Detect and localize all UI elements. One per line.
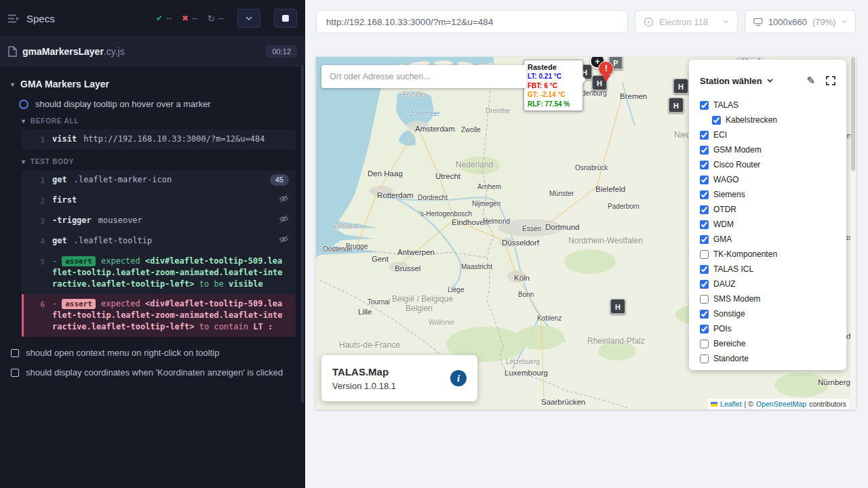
map-marker[interactable]: H	[610, 299, 626, 314]
section-header[interactable]: ▾ BEFORE ALL	[22, 117, 296, 125]
pending-test[interactable]: should display coordinates when 'Koordin…	[11, 367, 296, 378]
active-test-row[interactable]: should display tooltip on hover over a m…	[19, 99, 296, 109]
page: Specs ✔-- ✖-- ↻-- gmaMarkersLayer.cy.js …	[0, 0, 868, 488]
edit-pencil-icon[interactable]: ✎	[806, 75, 815, 87]
layer-checkbox-item[interactable]: GSM Modem	[700, 142, 835, 157]
map-search-box[interactable]	[321, 65, 526, 88]
specs-title: Specs	[26, 13, 55, 24]
pending-test[interactable]: should open context menu on right-click …	[11, 348, 296, 358]
command-number: 1	[24, 174, 52, 186]
fullscreen-icon[interactable]	[826, 76, 835, 85]
command-body: get.leaflet-marker-icon	[52, 174, 264, 186]
command-section: ▾ BEFORE ALL 1 visithttp://192.168.10.33…	[22, 117, 296, 150]
layer-checkbox-item[interactable]: Sonstige	[700, 306, 835, 321]
layer-checkbox[interactable]	[700, 265, 709, 274]
layer-checkbox[interactable]	[700, 101, 709, 110]
layer-checkbox[interactable]	[700, 161, 709, 169]
layer-checkbox-item[interactable]: POIs	[700, 321, 835, 336]
layer-checkbox[interactable]	[700, 354, 709, 363]
layer-label: WAGO	[713, 175, 739, 184]
info-icon[interactable]: i	[450, 370, 467, 386]
stat-pending-count: --	[218, 14, 224, 23]
layer-checkbox[interactable]	[700, 176, 709, 184]
stop-run-button[interactable]	[274, 9, 297, 28]
map-marker[interactable]: !	[598, 61, 614, 84]
command-section: ▾ TEST BODY 1 get.leaflet-marker-icon 45…	[22, 158, 296, 337]
scrollbar-thumb[interactable]	[851, 57, 855, 171]
layer-checkbox[interactable]	[700, 250, 709, 259]
command-row[interactable]: 6 -assertexpected <div#leaflet-tooltip-5…	[22, 294, 296, 337]
app-scrollbar[interactable]	[850, 57, 856, 409]
command-row[interactable]: 2 first	[22, 190, 296, 211]
layer-checkbox[interactable]	[700, 205, 709, 214]
layer-checkbox-item[interactable]: Siemens	[700, 187, 835, 202]
layer-checkbox[interactable]	[700, 190, 709, 199]
layer-checkbox-item[interactable]: Cisco Router	[700, 157, 835, 172]
command-body: -assertexpected <div#leaflet-tooltip-509…	[52, 298, 283, 333]
layer-checkbox[interactable]	[700, 295, 709, 304]
command-row[interactable]: 1 get.leaflet-marker-icon 45	[22, 170, 296, 190]
command-body: visithttp://192.168.10.33:3000/?m=12&u=4…	[52, 134, 283, 145]
command-row[interactable]: 4 get.leaflet-tooltip	[22, 231, 296, 251]
layer-checkbox-item[interactable]: Standorte	[700, 351, 835, 366]
command-number: 5	[24, 256, 52, 268]
layer-checkbox-item[interactable]: TK-Komponenten	[700, 247, 835, 262]
collapse-all-button[interactable]	[237, 9, 260, 28]
layer-label: Bereiche	[713, 339, 745, 348]
suite-row[interactable]: ▾ GMA Markers Layer	[11, 79, 296, 89]
viewport-select[interactable]: 1000x660 (79%)	[745, 10, 856, 33]
command-list: 1 get.leaflet-marker-icon 45 2 first 3 -…	[22, 170, 296, 337]
map-marker[interactable]: H	[673, 79, 689, 94]
layer-checkbox[interactable]	[700, 131, 709, 140]
layer-checkbox-item[interactable]: WAGO	[700, 172, 835, 187]
layer-checkbox-item[interactable]: TALAS ICL	[700, 262, 835, 277]
osm-link[interactable]: OpenStreetMap	[756, 400, 806, 408]
layer-checkbox-item[interactable]: ECI	[700, 127, 835, 142]
layer-label: WDM	[713, 220, 734, 229]
layer-label: DAUZ	[713, 279, 736, 289]
marker-tooltip[interactable]: Rastede LT: 0.21 °CFBT: 6 °CGT: -2.14 °C…	[524, 60, 583, 111]
layer-checkbox[interactable]	[700, 325, 709, 333]
pending-test-title: should open context menu on right-click …	[26, 348, 219, 358]
map-marker[interactable]: H	[669, 98, 684, 113]
search-input[interactable]	[328, 71, 519, 82]
leaflet-link[interactable]: Leaflet	[720, 400, 742, 408]
command-list: 1 visithttp://192.168.10.33:3000/?m=12&u…	[22, 129, 296, 150]
layer-checkbox-item[interactable]: SMS Modem	[700, 291, 835, 306]
layer-label: GMA	[713, 235, 732, 244]
layer-checkbox[interactable]	[700, 220, 709, 229]
command-sections: ▾ BEFORE ALL 1 visithttp://192.168.10.33…	[9, 117, 296, 337]
section-header[interactable]: ▾ TEST BODY	[22, 158, 296, 165]
suite-title: GMA Markers Layer	[20, 79, 109, 89]
layer-label: TK-Komponenten	[713, 249, 777, 259]
layer-checkbox[interactable]	[700, 310, 709, 319]
command-body: get.leaflet-tooltip	[52, 235, 273, 247]
layer-checkbox[interactable]	[700, 235, 709, 244]
layer-checkbox-item[interactable]: WDM	[700, 217, 835, 232]
spec-file-row[interactable]: gmaMarkersLayer.cy.js 00:12	[0, 37, 305, 66]
run-stats: ✔-- ✖-- ↻--	[156, 14, 224, 24]
command-row[interactable]: 5 -assertexpected <div#leaflet-tooltip-5…	[22, 251, 296, 294]
layer-checkbox-item[interactable]: DAUZ	[700, 277, 835, 291]
command-body: -triggermouseover	[52, 215, 273, 226]
sidebar-scrollbar[interactable]	[301, 65, 304, 403]
layer-checkbox-item[interactable]: Kabelstrecken	[700, 113, 835, 127]
layer-checkbox-item[interactable]: TALAS	[700, 98, 835, 113]
layer-checkbox[interactable]	[700, 340, 709, 348]
specs-menu-icon[interactable]	[8, 14, 20, 23]
map-app[interactable]: HamburgBremenOldenburgGroningenLeeuwarde…	[316, 57, 856, 409]
station-select[interactable]: Station wählen	[700, 76, 773, 86]
layer-checkbox-item[interactable]: OTDR	[700, 202, 835, 217]
layer-checkbox[interactable]	[700, 146, 709, 155]
layer-checkbox[interactable]	[700, 280, 709, 289]
layer-checkbox-item[interactable]: Bereiche	[700, 336, 835, 351]
browser-select[interactable]: Electron 118	[635, 10, 738, 33]
tooltip-measurement: RLF: 77.54 %	[528, 100, 579, 109]
layer-checkbox[interactable]	[712, 116, 721, 125]
layer-label: Siemens	[713, 190, 745, 199]
layer-checkbox-item[interactable]: GMA	[700, 232, 835, 247]
attribution-suffix: contributors	[809, 400, 846, 408]
command-row[interactable]: 1 visithttp://192.168.10.33:3000/?m=12&u…	[22, 129, 296, 150]
command-row[interactable]: 3 -triggermouseover	[22, 211, 296, 231]
url-bar[interactable]: http://192.168.10.33:3000/?m=12&u=484	[316, 10, 628, 33]
